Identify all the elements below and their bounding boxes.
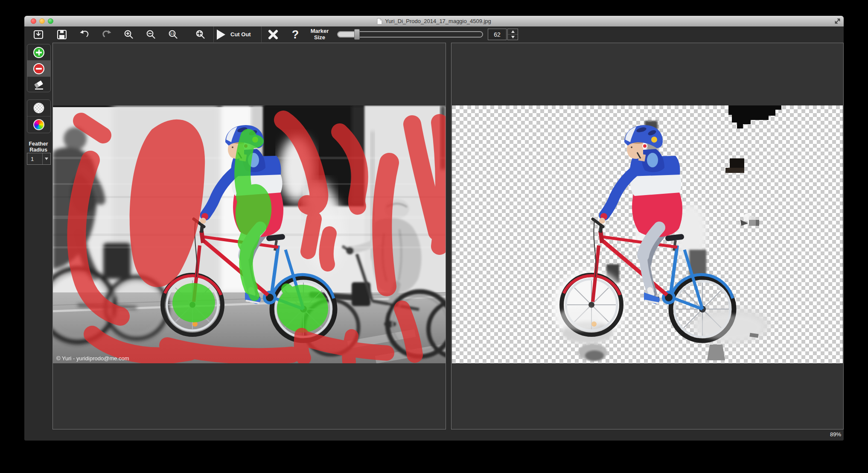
title-bar[interactable]: Yuri_Di_Prodo_2014_17_maggio_4509.jpg — [24, 16, 844, 27]
fit-window-button[interactable] — [192, 28, 209, 41]
window-title: Yuri_Di_Prodo_2014_17_maggio_4509.jpg — [385, 18, 491, 24]
plus-circle-icon — [33, 47, 44, 58]
actual-size-icon: 1:1 — [168, 29, 179, 40]
app-window: Yuri_Di_Prodo_2014_17_maggio_4509.jpg — [24, 16, 844, 441]
eraser-button[interactable] — [27, 76, 50, 92]
redo-button[interactable] — [99, 28, 115, 41]
preview-canvas[interactable] — [452, 105, 843, 363]
remove-marker-button[interactable] — [27, 60, 50, 76]
background-tool-group — [27, 99, 51, 133]
zoom-out-button[interactable] — [143, 28, 159, 41]
undo-button[interactable] — [76, 28, 93, 41]
redo-icon — [101, 29, 113, 40]
save-button[interactable] — [54, 28, 70, 41]
arrow-up-icon — [511, 30, 515, 33]
eraser-icon — [32, 79, 45, 91]
arrow-down-icon — [511, 36, 515, 38]
marker-tool-group — [27, 44, 51, 92]
marker-size-label: Marker Size — [301, 28, 338, 41]
feather-radius-value: 1 — [27, 153, 42, 164]
cancel-button[interactable] — [265, 28, 281, 41]
feather-radius-label: Feather Radius — [24, 141, 52, 153]
play-icon — [216, 29, 227, 41]
resize-icon[interactable] — [834, 18, 841, 24]
save-icon — [56, 29, 67, 40]
zoom-out-icon — [146, 29, 157, 40]
cancel-x-icon — [267, 29, 279, 41]
cut-out-label: Cut Out — [230, 31, 251, 38]
export-icon — [33, 29, 44, 40]
stepper-up-button[interactable] — [508, 29, 518, 35]
source-panel: © Yuri - yuridiprodo@me.com — [52, 43, 446, 429]
color-wheel-button[interactable] — [27, 116, 50, 133]
minus-circle-icon — [33, 63, 44, 74]
zoom-in-button[interactable] — [121, 28, 137, 41]
document-proxy-icon — [377, 18, 382, 25]
toolbar: 1:1 Cut Out ? — [24, 26, 844, 43]
svg-text:1:1: 1:1 — [170, 32, 175, 35]
checkerboard-icon — [33, 102, 44, 114]
svg-text:?: ? — [292, 28, 299, 41]
actual-size-button[interactable]: 1:1 — [165, 28, 181, 41]
preview-panel — [451, 43, 844, 429]
main-area: Feather Radius 1 — [24, 42, 844, 441]
marker-size-input[interactable]: 62 — [488, 29, 507, 40]
zoom-in-icon — [123, 29, 134, 40]
watermark-text: © Yuri - yuridiprodo@me.com — [56, 355, 129, 362]
cut-out-button[interactable]: Cut Out — [216, 28, 251, 41]
dropdown-arrow — [42, 153, 50, 164]
transparency-background-button[interactable] — [27, 100, 50, 116]
undo-icon — [79, 29, 90, 40]
stepper-down-button[interactable] — [508, 35, 518, 40]
source-image-canvas[interactable]: © Yuri - yuridiprodo@me.com — [53, 105, 446, 363]
fit-window-icon — [195, 29, 206, 40]
export-button[interactable] — [30, 28, 47, 41]
add-marker-button[interactable] — [27, 44, 50, 60]
help-icon: ? — [290, 28, 301, 41]
zoom-level-status: 89% — [830, 431, 841, 438]
feather-radius-select[interactable]: 1 — [27, 153, 51, 165]
marker-size-slider-thumb[interactable] — [354, 29, 360, 40]
marker-size-stepper — [507, 29, 518, 40]
marker-size-slider[interactable] — [337, 31, 483, 38]
color-wheel-icon — [33, 119, 44, 130]
